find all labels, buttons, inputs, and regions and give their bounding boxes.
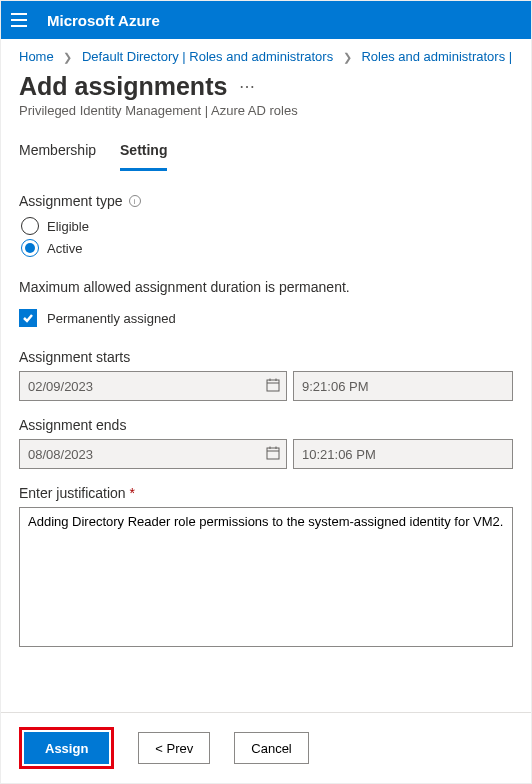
assignment-type-label: Assignment type: [19, 193, 123, 209]
assignment-starts-time-input[interactable]: 9:21:06 PM: [293, 371, 513, 401]
footer: Assign < Prev Cancel: [1, 712, 531, 783]
prev-button[interactable]: < Prev: [138, 732, 210, 764]
chevron-right-icon: ❯: [63, 51, 72, 63]
radio-eligible-label: Eligible: [47, 219, 89, 234]
tabs: Membership Setting: [1, 136, 531, 171]
tab-setting[interactable]: Setting: [120, 136, 167, 171]
cancel-button[interactable]: Cancel: [234, 732, 308, 764]
justification-textarea[interactable]: [19, 507, 513, 647]
svg-rect-0: [267, 380, 279, 391]
brand-label: Microsoft Azure: [47, 12, 160, 29]
hamburger-menu-icon[interactable]: [11, 9, 33, 31]
assignment-starts-date-input[interactable]: 02/09/2023: [19, 371, 287, 401]
radio-icon: [21, 239, 39, 257]
assign-button[interactable]: Assign: [24, 732, 109, 764]
calendar-icon: [266, 446, 280, 463]
breadcrumb-roles[interactable]: Roles and administrators |: [361, 49, 512, 64]
justification-label: Enter justification: [19, 485, 126, 501]
radio-eligible[interactable]: Eligible: [21, 217, 513, 235]
permanently-assigned-label: Permanently assigned: [47, 311, 176, 326]
radio-icon: [21, 217, 39, 235]
top-bar: Microsoft Azure: [1, 1, 531, 39]
page-subtitle: Privileged Identity Management | Azure A…: [1, 103, 531, 136]
radio-active[interactable]: Active: [21, 239, 513, 257]
more-actions-icon[interactable]: ⋯: [239, 77, 255, 96]
permanently-assigned-checkbox[interactable]: [19, 309, 37, 327]
calendar-icon: [266, 378, 280, 395]
chevron-right-icon: ❯: [343, 51, 352, 63]
assignment-starts-label: Assignment starts: [19, 349, 513, 365]
max-duration-text: Maximum allowed assignment duration is p…: [19, 279, 513, 295]
tab-membership[interactable]: Membership: [19, 136, 96, 171]
radio-active-label: Active: [47, 241, 82, 256]
assignment-ends-label: Assignment ends: [19, 417, 513, 433]
assignment-ends-time-input[interactable]: 10:21:06 PM: [293, 439, 513, 469]
breadcrumb: Home ❯ Default Directory | Roles and adm…: [1, 39, 531, 68]
page-title: Add assignments: [19, 72, 227, 101]
breadcrumb-directory[interactable]: Default Directory | Roles and administra…: [82, 49, 333, 64]
info-icon[interactable]: i: [129, 195, 141, 207]
svg-rect-4: [267, 448, 279, 459]
breadcrumb-home[interactable]: Home: [19, 49, 54, 64]
assignment-ends-date-input[interactable]: 08/08/2023: [19, 439, 287, 469]
assign-highlight: Assign: [19, 727, 114, 769]
required-indicator: *: [130, 485, 135, 501]
